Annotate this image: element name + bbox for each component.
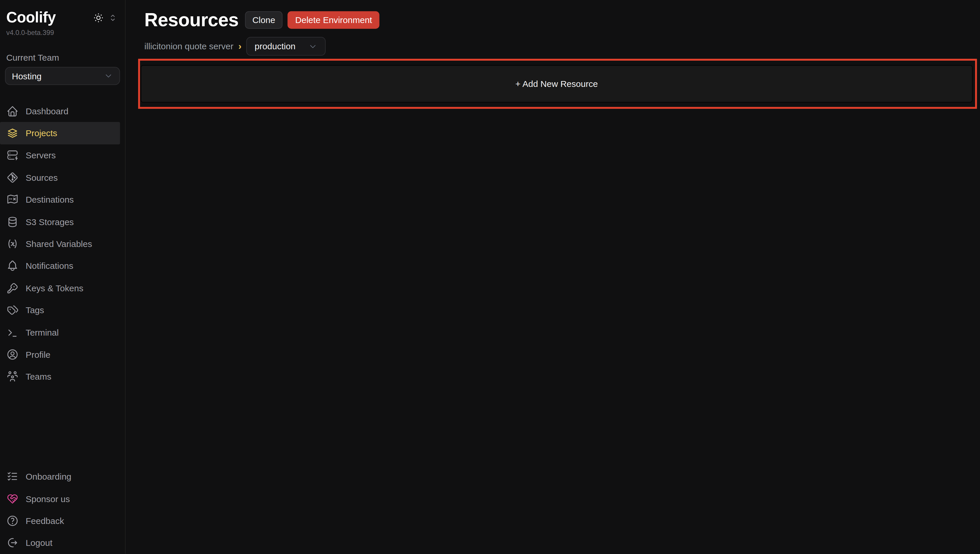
sidebar-item-teams[interactable]: Teams (0, 366, 125, 388)
sidebar-item-label: Tags (25, 305, 44, 315)
sidebar-item-label: S3 Storages (25, 217, 74, 226)
sidebar-item-label: Servers (25, 150, 56, 160)
chevron-down-icon (309, 42, 318, 51)
help-circle-icon (6, 515, 19, 527)
chevron-down-icon (104, 71, 113, 81)
breadcrumb: illicitonion quote server › production (144, 37, 980, 56)
sidebar-item-label: Teams (25, 372, 51, 382)
app-logo: Coolify (6, 9, 56, 26)
users-group-icon (6, 370, 19, 383)
sidebar-item-label: Dashboard (25, 106, 68, 116)
sidebar-item-label: Terminal (25, 328, 59, 337)
theme-toggle-sun-icon[interactable] (93, 12, 104, 23)
sidebar-item-s3-storages[interactable]: S3 Storages (0, 211, 125, 233)
team-selector[interactable]: Hosting (5, 67, 120, 85)
sidebar-item-destinations[interactable]: Destinations (0, 189, 125, 211)
sidebar-item-profile[interactable]: Profile (0, 344, 125, 366)
terminal-icon (6, 326, 19, 339)
key-icon (6, 282, 19, 295)
delete-environment-button[interactable]: Delete Environment (288, 11, 380, 29)
sidebar-item-onboarding[interactable]: Onboarding (0, 465, 125, 487)
sidebar-item-label: Keys & Tokens (25, 283, 83, 293)
git-icon (6, 171, 19, 184)
sidebar-item-label: Logout (25, 538, 52, 548)
layers-icon (6, 127, 19, 139)
current-team-label: Current Team (0, 53, 125, 62)
main-content: Resources Clone Delete Environment illic… (126, 0, 980, 554)
sidebar-footer-nav: Onboarding Sponsor us Feedback Logout (0, 465, 125, 554)
sidebar-item-tags[interactable]: Tags (0, 299, 125, 321)
sidebar-item-feedback[interactable]: Feedback (0, 510, 125, 532)
app-window: Coolify v4.0.0-beta.399 Current Team Hos… (0, 0, 980, 554)
chevron-right-icon: › (239, 41, 242, 51)
sidebar-item-sources[interactable]: Sources (0, 167, 125, 189)
sidebar-item-servers[interactable]: Servers (0, 144, 125, 167)
sidebar-item-label: Projects (25, 128, 57, 138)
sidebar-item-terminal[interactable]: Terminal (0, 321, 125, 344)
map-icon (6, 193, 19, 206)
logout-icon (6, 536, 19, 549)
bell-icon (6, 260, 19, 272)
page-title: Resources (144, 10, 239, 30)
sidebar-item-label: Shared Variables (25, 239, 92, 249)
version-selector-icon[interactable] (108, 13, 118, 22)
sidebar-item-shared-variables[interactable]: Shared Variables (0, 233, 125, 255)
clone-button[interactable]: Clone (245, 11, 283, 29)
server-bolt-icon (6, 149, 19, 162)
environment-selector-value: production (255, 41, 296, 51)
heart-handshake-icon (6, 492, 19, 505)
sidebar-item-notifications[interactable]: Notifications (0, 255, 125, 277)
sidebar-item-logout[interactable]: Logout (0, 532, 125, 554)
sidebar-item-projects[interactable]: Projects (0, 122, 120, 144)
sidebar-item-label: Notifications (25, 261, 73, 271)
sidebar: Coolify v4.0.0-beta.399 Current Team Hos… (0, 0, 126, 554)
add-new-resource-button[interactable]: + Add New Resource (140, 65, 972, 103)
app-version: v4.0.0-beta.399 (0, 29, 125, 37)
sidebar-item-label: Sources (25, 173, 58, 183)
database-icon (6, 215, 19, 228)
sidebar-item-label: Profile (25, 350, 51, 360)
sidebar-item-keys-tokens[interactable]: Keys & Tokens (0, 277, 125, 299)
home-icon (6, 105, 19, 118)
tags-icon (6, 304, 19, 317)
sidebar-item-label: Onboarding (25, 471, 72, 481)
sidebar-item-label: Destinations (25, 194, 74, 204)
sidebar-item-sponsor-us[interactable]: Sponsor us (0, 487, 125, 510)
list-check-icon (6, 470, 19, 483)
team-selector-value: Hosting (12, 71, 42, 81)
environment-selector[interactable]: production (247, 37, 326, 56)
logo-row: Coolify (0, 9, 125, 26)
sidebar-item-label: Sponsor us (25, 494, 70, 503)
sidebar-item-label: Feedback (25, 516, 64, 526)
page-header: Resources Clone Delete Environment (144, 10, 980, 30)
sidebar-nav: Dashboard Projects Servers Sources Desti… (0, 100, 125, 388)
user-circle-icon (6, 348, 19, 361)
breadcrumb-project-link[interactable]: illicitonion quote server (144, 41, 233, 51)
sidebar-item-dashboard[interactable]: Dashboard (0, 100, 125, 122)
variable-icon (6, 238, 19, 250)
